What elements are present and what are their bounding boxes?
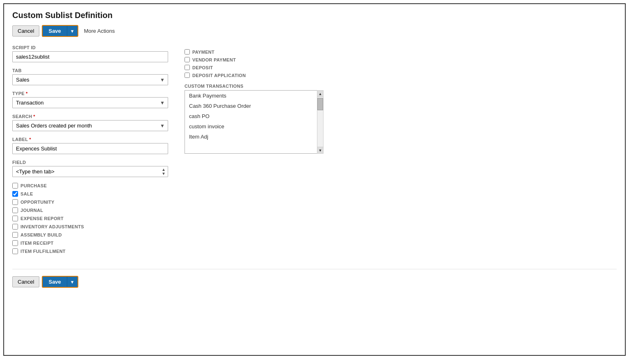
tab-select-wrapper: Sales Items Billing Shipping ▼	[12, 74, 168, 85]
tab-field-group: TAB Sales Items Billing Shipping ▼	[12, 68, 168, 85]
list-item[interactable]: cash PO	[185, 111, 317, 121]
scrollbar-up-button[interactable]: ▲	[317, 91, 323, 97]
script-id-input[interactable]	[12, 51, 168, 62]
custom-transactions-list-container: Bank Payments Cash 360 Purchase Order ca…	[185, 90, 617, 154]
scrollbar-down-button[interactable]: ▼	[317, 147, 323, 153]
deposit-checkbox-group: DEPOSIT	[185, 65, 617, 70]
expense-report-checkbox-group: EXPENSE REPORT	[12, 216, 168, 221]
custom-transactions-label: CUSTOM TRANSACTIONS	[185, 84, 617, 89]
field-select-wrapper: <Type then tab> ▲ ▼	[12, 166, 168, 177]
tab-select[interactable]: Sales Items Billing Shipping	[12, 74, 168, 85]
sale-checkbox-group: SALE	[12, 191, 168, 197]
top-toolbar: Cancel Save ▼ More Actions	[12, 25, 617, 37]
cancel-button-top[interactable]: Cancel	[12, 25, 39, 36]
save-button-top[interactable]: Save	[43, 26, 66, 36]
type-field-group: TYPE* Transaction Item Entity ▼	[12, 91, 168, 108]
expense-report-checkbox[interactable]	[12, 216, 18, 221]
script-id-field-group: SCRIPT ID	[12, 45, 168, 62]
sale-checkbox[interactable]	[12, 191, 18, 197]
purchase-label: PURCHASE	[21, 183, 47, 188]
vendor-payment-checkbox[interactable]	[185, 57, 190, 62]
search-field-group: SEARCH* Sales Orders created per month P…	[12, 114, 168, 131]
purchase-checkbox-group: PURCHASE	[12, 183, 168, 189]
deposit-checkbox[interactable]	[185, 65, 190, 70]
save-button-group-top: Save ▼	[42, 25, 78, 37]
type-select[interactable]: Transaction Item Entity	[12, 97, 168, 108]
save-button-group-bottom: Save ▼	[42, 276, 78, 288]
field-label: FIELD	[12, 160, 168, 165]
search-select[interactable]: Sales Orders created per month Purchases…	[12, 120, 168, 131]
item-fulfillment-label: ITEM FULFILLMENT	[21, 249, 66, 254]
custom-transactions-list-box: Bank Payments Cash 360 Purchase Order ca…	[185, 90, 317, 154]
journal-label: JOURNAL	[21, 208, 43, 213]
inventory-adjustments-checkbox-group: INVENTORY ADJUSTMENTS	[12, 224, 168, 230]
main-layout: SCRIPT ID TAB Sales Items Billing Shippi…	[12, 45, 617, 257]
payment-checkbox-group: PAYMENT	[185, 49, 617, 55]
right-checkboxes-group: PAYMENT VENDOR PAYMENT DEPOSIT DEPOSIT A…	[185, 49, 617, 78]
label-label: LABEL*	[12, 137, 168, 142]
item-receipt-label: ITEM RECEIPT	[21, 241, 54, 246]
bottom-toolbar: Cancel Save ▼	[12, 269, 617, 288]
list-item[interactable]: Bank Payments	[185, 91, 317, 101]
purchase-checkbox[interactable]	[12, 183, 18, 189]
inventory-adjustments-checkbox[interactable]	[12, 224, 18, 230]
opportunity-label: OPPORTUNITY	[21, 200, 55, 205]
deposit-application-label: DEPOSIT APPLICATION	[192, 73, 246, 78]
custom-transactions-scrollbar: ▲ ▼	[317, 90, 324, 154]
item-receipt-checkbox-group: ITEM RECEIPT	[12, 240, 168, 246]
page-wrapper: Custom Sublist Definition Cancel Save ▼ …	[3, 3, 626, 356]
opportunity-checkbox-group: OPPORTUNITY	[12, 199, 168, 205]
save-dropdown-button-top[interactable]: ▼	[67, 26, 77, 36]
list-item[interactable]: Item Adj	[185, 132, 317, 142]
search-select-wrapper: Sales Orders created per month Purchases…	[12, 120, 168, 131]
opportunity-checkbox[interactable]	[12, 199, 18, 205]
sale-label: SALE	[21, 191, 33, 196]
item-receipt-checkbox[interactable]	[12, 240, 18, 246]
label-field-group: LABEL*	[12, 137, 168, 154]
field-select[interactable]: <Type then tab>	[12, 166, 168, 177]
label-input[interactable]	[12, 143, 168, 154]
custom-transactions-section: CUSTOM TRANSACTIONS Bank Payments Cash 3…	[185, 84, 617, 154]
journal-checkbox[interactable]	[12, 207, 18, 213]
list-item[interactable]: custom invoice	[185, 121, 317, 132]
item-fulfillment-checkbox[interactable]	[12, 248, 18, 254]
field-field-group: FIELD <Type then tab> ▲ ▼	[12, 160, 168, 177]
assembly-build-checkbox-group: ASSEMBLY BUILD	[12, 232, 168, 238]
search-label: SEARCH*	[12, 114, 168, 119]
payment-checkbox[interactable]	[185, 49, 190, 55]
list-item[interactable]: Cash 360 Purchase Order	[185, 101, 317, 111]
item-fulfillment-checkbox-group: ITEM FULFILLMENT	[12, 248, 168, 254]
page-title: Custom Sublist Definition	[12, 11, 617, 20]
right-panel: PAYMENT VENDOR PAYMENT DEPOSIT DEPOSIT A…	[185, 45, 617, 257]
save-button-bottom[interactable]: Save	[43, 277, 66, 287]
save-dropdown-button-bottom[interactable]: ▼	[67, 277, 77, 287]
type-select-wrapper: Transaction Item Entity ▼	[12, 97, 168, 108]
inventory-adjustments-label: INVENTORY ADJUSTMENTS	[21, 224, 84, 229]
checkboxes-left-group: PURCHASE SALE OPPORTUNITY JOURNAL EXPENS…	[12, 183, 168, 254]
scrollbar-thumb[interactable]	[317, 98, 323, 110]
journal-checkbox-group: JOURNAL	[12, 207, 168, 213]
payment-label: PAYMENT	[192, 50, 214, 55]
left-panel: SCRIPT ID TAB Sales Items Billing Shippi…	[12, 45, 168, 257]
vendor-payment-label: VENDOR PAYMENT	[192, 57, 236, 62]
type-label: TYPE*	[12, 91, 168, 96]
deposit-application-checkbox-group: DEPOSIT APPLICATION	[185, 73, 617, 78]
deposit-application-checkbox[interactable]	[185, 73, 190, 78]
deposit-label: DEPOSIT	[192, 65, 213, 70]
assembly-build-checkbox[interactable]	[12, 232, 18, 238]
more-actions-button[interactable]: More Actions	[81, 26, 118, 36]
cancel-button-bottom[interactable]: Cancel	[12, 276, 39, 287]
vendor-payment-checkbox-group: VENDOR PAYMENT	[185, 57, 617, 62]
assembly-build-label: ASSEMBLY BUILD	[21, 232, 62, 237]
tab-label: TAB	[12, 68, 168, 73]
script-id-label: SCRIPT ID	[12, 45, 168, 50]
expense-report-label: EXPENSE REPORT	[21, 216, 64, 221]
